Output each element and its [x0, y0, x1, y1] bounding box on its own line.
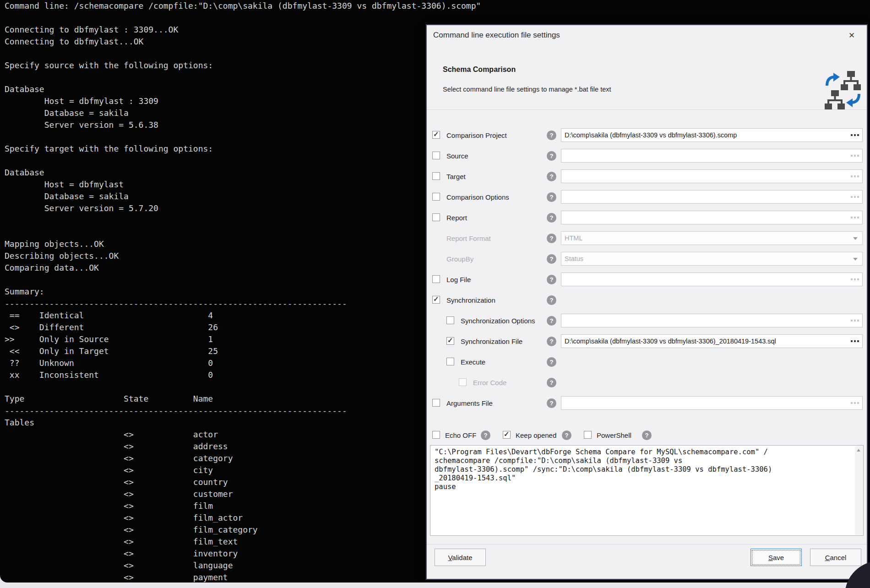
report-label: Report [446, 214, 467, 222]
source-value [565, 149, 847, 162]
groupby-dropdown: Status [561, 252, 863, 266]
settings-row-groupby: GroupBy?Status [427, 251, 867, 267]
comparison-project-checkbox[interactable]: ✓ [432, 131, 440, 139]
browse-button[interactable] [851, 196, 859, 198]
help-icon[interactable]: ? [642, 430, 652, 440]
scroll-up-icon[interactable] [857, 449, 860, 452]
bat-options-row: Echo OFF?✓Keep opened?PowerShell? [427, 427, 867, 443]
keep-opened-checkbox[interactable]: ✓ [503, 431, 511, 439]
save-button[interactable]: Save [750, 549, 802, 566]
close-icon[interactable]: ✕ [847, 31, 857, 41]
help-icon[interactable]: ? [547, 398, 556, 408]
source-field[interactable] [561, 149, 863, 163]
error-code-label: Error Code [473, 379, 506, 387]
browse-button[interactable] [851, 340, 859, 342]
help-icon[interactable]: ? [547, 151, 556, 161]
report-value [565, 211, 847, 224]
comparison-options-label: Comparison Options [446, 193, 509, 201]
help-icon[interactable]: ? [547, 357, 556, 367]
settings-row-synchronization-file: ✓Synchronization File?D:\comp\sakila (db… [427, 333, 867, 349]
bat-file-text-box[interactable]: "C:\Program Files\Devart\dbForge Schema … [430, 445, 864, 536]
chevron-down-icon [853, 237, 858, 240]
screen-frame-edge [0, 583, 870, 588]
browse-button[interactable] [851, 134, 859, 136]
footer-divider [427, 544, 867, 544]
log-file-checkbox[interactable] [432, 275, 440, 283]
scrollbar[interactable] [855, 446, 863, 535]
browse-button[interactable] [851, 402, 859, 404]
help-icon[interactable]: ? [547, 254, 556, 264]
synchronization-options-checkbox[interactable] [446, 316, 454, 324]
help-icon[interactable]: ? [547, 172, 556, 181]
report-field[interactable] [561, 211, 863, 224]
log-file-value [565, 273, 847, 286]
help-icon[interactable]: ? [547, 213, 556, 223]
comparison-project-field[interactable]: D:\comp\sakila (dbfmylast-3309 vs dbfmyl… [561, 128, 863, 142]
synchronization-options-field[interactable] [561, 314, 863, 327]
cancel-button[interactable]: Cancel [810, 549, 861, 566]
help-icon[interactable]: ? [547, 275, 556, 284]
arguments-file-value [565, 397, 847, 409]
error-code-checkbox [459, 378, 467, 386]
powershell-label: PowerShell [597, 431, 631, 439]
help-icon[interactable]: ? [562, 430, 571, 440]
dialog-title: Command line execution file settings [433, 31, 560, 40]
arguments-file-field[interactable] [561, 396, 863, 410]
echo-off-label: Echo OFF [445, 431, 476, 439]
command-line-settings-dialog: Command line execution file settings ✕ S… [426, 24, 868, 580]
help-icon[interactable]: ? [547, 316, 556, 326]
settings-row-comparison-project: ✓Comparison Project?D:\comp\sakila (dbfm… [427, 127, 867, 143]
help-icon[interactable]: ? [547, 337, 556, 346]
bat-file-text[interactable]: "C:\Program Files\Devart\dbForge Schema … [435, 448, 852, 491]
help-icon[interactable]: ? [547, 234, 556, 243]
target-field[interactable] [561, 169, 863, 183]
settings-row-synchronization-options: Synchronization Options? [427, 313, 867, 328]
browse-button[interactable] [851, 320, 859, 321]
synchronization-file-field[interactable]: D:\comp\sakila (dbfmylast-3309 vs dbfmyl… [561, 334, 863, 348]
execute-label: Execute [461, 358, 485, 366]
header-divider [427, 109, 867, 110]
browse-button[interactable] [851, 175, 859, 177]
checkmark-icon: ✓ [433, 130, 439, 138]
target-checkbox[interactable] [432, 172, 440, 180]
help-icon[interactable]: ? [547, 295, 556, 305]
settings-row-comparison-options: Comparison Options? [427, 189, 867, 205]
schema-comparison-icon [824, 70, 862, 110]
keep-opened-label: Keep opened [516, 431, 556, 439]
groupby-label: GroupBy [446, 255, 473, 263]
powershell-checkbox[interactable] [584, 431, 592, 439]
synchronization-checkbox[interactable]: ✓ [432, 296, 440, 304]
terminal-output: Command line: /schemacompare /compfile:"… [5, 0, 481, 583]
comparison-options-field[interactable] [561, 190, 863, 204]
checkmark-icon: ✓ [433, 295, 439, 303]
validate-button[interactable]: Validate [435, 549, 486, 566]
help-icon[interactable]: ? [547, 131, 556, 140]
source-checkbox[interactable] [432, 152, 440, 159]
browse-button[interactable] [851, 278, 859, 280]
synchronization-options-value [565, 314, 847, 327]
settings-row-source: Source? [427, 148, 867, 163]
echo-off-checkbox[interactable] [432, 431, 440, 439]
checkmark-icon: ✓ [447, 336, 453, 344]
browse-button[interactable] [851, 155, 859, 157]
settings-row-report: Report? [427, 210, 867, 225]
target-value [565, 170, 847, 183]
report-format-value: HTML [565, 232, 582, 245]
arguments-file-checkbox[interactable] [432, 399, 440, 407]
comparison-options-checkbox[interactable] [432, 193, 440, 201]
arguments-file-label: Arguments File [446, 399, 493, 407]
execute-checkbox[interactable] [446, 358, 454, 365]
settings-row-error-code: Error Code? [427, 375, 867, 390]
groupby-value: Status [565, 252, 583, 265]
help-icon[interactable]: ? [481, 430, 490, 440]
log-file-field[interactable] [561, 272, 863, 286]
help-icon[interactable]: ? [547, 378, 556, 387]
help-icon[interactable]: ? [547, 192, 556, 202]
report-checkbox[interactable] [432, 213, 440, 221]
settings-row-synchronization: ✓Synchronization? [427, 292, 867, 308]
browse-button[interactable] [851, 217, 859, 218]
synchronization-file-checkbox[interactable]: ✓ [446, 337, 454, 345]
report-format-label: Report Format [446, 234, 491, 242]
chevron-down-icon [853, 258, 858, 261]
log-file-label: Log File [446, 276, 471, 283]
